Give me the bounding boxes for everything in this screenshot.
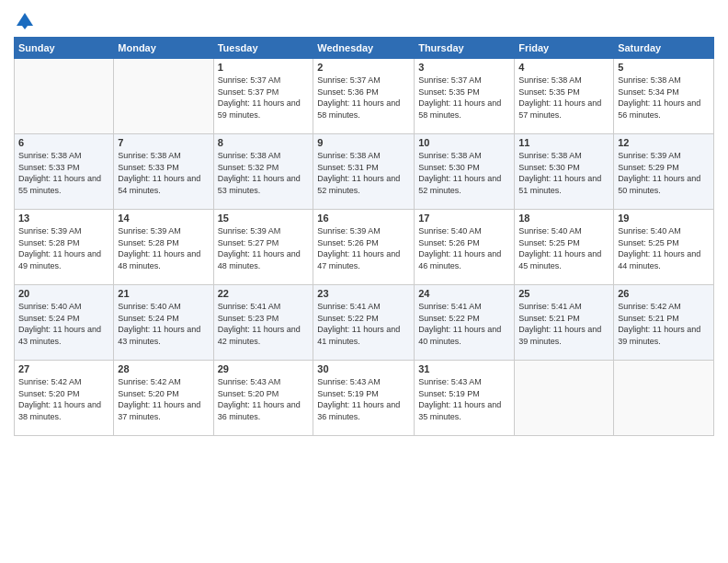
calendar-cell (614, 361, 714, 436)
day-number: 20 (18, 288, 109, 299)
day-number: 4 (518, 62, 609, 73)
day-number: 15 (218, 213, 310, 224)
day-info: Sunrise: 5:38 AM Sunset: 5:35 PM Dayligh… (518, 75, 609, 121)
day-info: Sunrise: 5:38 AM Sunset: 5:31 PM Dayligh… (317, 150, 410, 196)
calendar-cell: 17Sunrise: 5:40 AM Sunset: 5:26 PM Dayli… (415, 210, 515, 285)
day-info: Sunrise: 5:43 AM Sunset: 5:20 PM Dayligh… (218, 376, 310, 422)
calendar-cell: 7Sunrise: 5:38 AM Sunset: 5:33 PM Daylig… (114, 134, 213, 210)
calendar-cell: 29Sunrise: 5:43 AM Sunset: 5:20 PM Dayli… (213, 361, 313, 436)
calendar-cell (114, 59, 213, 134)
day-info: Sunrise: 5:41 AM Sunset: 5:22 PM Dayligh… (317, 301, 410, 347)
calendar-header-monday: Monday (114, 38, 213, 59)
day-number: 30 (317, 363, 410, 374)
calendar-cell (15, 59, 114, 134)
day-number: 12 (618, 137, 710, 148)
calendar-header-wednesday: Wednesday (313, 38, 415, 59)
day-info: Sunrise: 5:40 AM Sunset: 5:24 PM Dayligh… (118, 301, 209, 347)
day-number: 31 (418, 363, 510, 374)
calendar-header-row: SundayMondayTuesdayWednesdayThursdayFrid… (15, 38, 714, 59)
calendar-cell: 9Sunrise: 5:38 AM Sunset: 5:31 PM Daylig… (313, 134, 415, 210)
calendar-week-row: 6Sunrise: 5:38 AM Sunset: 5:33 PM Daylig… (15, 134, 714, 210)
day-info: Sunrise: 5:38 AM Sunset: 5:32 PM Dayligh… (218, 150, 310, 196)
day-info: Sunrise: 5:37 AM Sunset: 5:37 PM Dayligh… (218, 75, 310, 121)
day-number: 1 (218, 62, 310, 73)
calendar-cell: 12Sunrise: 5:39 AM Sunset: 5:29 PM Dayli… (614, 134, 714, 210)
day-info: Sunrise: 5:43 AM Sunset: 5:19 PM Dayligh… (317, 376, 410, 422)
day-number: 25 (518, 288, 609, 299)
calendar-cell: 24Sunrise: 5:41 AM Sunset: 5:22 PM Dayli… (415, 285, 515, 361)
day-number: 5 (618, 62, 710, 73)
calendar-header-saturday: Saturday (614, 38, 714, 59)
day-info: Sunrise: 5:43 AM Sunset: 5:19 PM Dayligh… (418, 376, 510, 422)
calendar-cell: 21Sunrise: 5:40 AM Sunset: 5:24 PM Dayli… (114, 285, 213, 361)
day-number: 26 (618, 288, 710, 299)
day-number: 8 (218, 137, 310, 148)
calendar-cell: 8Sunrise: 5:38 AM Sunset: 5:32 PM Daylig… (213, 134, 313, 210)
day-number: 16 (317, 213, 410, 224)
day-info: Sunrise: 5:38 AM Sunset: 5:30 PM Dayligh… (418, 150, 510, 196)
day-info: Sunrise: 5:37 AM Sunset: 5:36 PM Dayligh… (317, 75, 410, 121)
day-number: 23 (317, 288, 410, 299)
day-number: 18 (518, 213, 609, 224)
day-info: Sunrise: 5:38 AM Sunset: 5:34 PM Dayligh… (618, 75, 710, 121)
day-info: Sunrise: 5:41 AM Sunset: 5:22 PM Dayligh… (418, 301, 510, 347)
calendar-cell: 14Sunrise: 5:39 AM Sunset: 5:28 PM Dayli… (114, 210, 213, 285)
calendar-cell: 23Sunrise: 5:41 AM Sunset: 5:22 PM Dayli… (313, 285, 415, 361)
day-info: Sunrise: 5:42 AM Sunset: 5:20 PM Dayligh… (118, 376, 209, 422)
day-info: Sunrise: 5:39 AM Sunset: 5:29 PM Dayligh… (618, 150, 710, 196)
calendar-cell: 27Sunrise: 5:42 AM Sunset: 5:20 PM Dayli… (15, 361, 114, 436)
calendar-table: SundayMondayTuesdayWednesdayThursdayFrid… (14, 37, 714, 436)
day-info: Sunrise: 5:40 AM Sunset: 5:24 PM Dayligh… (18, 301, 109, 347)
calendar-cell: 6Sunrise: 5:38 AM Sunset: 5:33 PM Daylig… (15, 134, 114, 210)
day-number: 27 (18, 363, 109, 374)
day-number: 24 (418, 288, 510, 299)
day-info: Sunrise: 5:42 AM Sunset: 5:21 PM Dayligh… (618, 301, 710, 347)
day-info: Sunrise: 5:39 AM Sunset: 5:28 PM Dayligh… (18, 225, 109, 271)
calendar-cell: 3Sunrise: 5:37 AM Sunset: 5:35 PM Daylig… (415, 59, 515, 134)
day-number: 13 (18, 213, 109, 224)
day-number: 9 (317, 137, 410, 148)
logo (14, 9, 35, 29)
calendar-cell: 15Sunrise: 5:39 AM Sunset: 5:27 PM Dayli… (213, 210, 313, 285)
calendar-header-tuesday: Tuesday (213, 38, 313, 59)
calendar-cell: 13Sunrise: 5:39 AM Sunset: 5:28 PM Dayli… (15, 210, 114, 285)
calendar-cell: 10Sunrise: 5:38 AM Sunset: 5:30 PM Dayli… (415, 134, 515, 210)
day-number: 3 (418, 62, 510, 73)
day-info: Sunrise: 5:40 AM Sunset: 5:25 PM Dayligh… (518, 225, 609, 271)
day-number: 10 (418, 137, 510, 148)
day-number: 19 (618, 213, 710, 224)
calendar-cell: 30Sunrise: 5:43 AM Sunset: 5:19 PM Dayli… (313, 361, 415, 436)
calendar-cell: 26Sunrise: 5:42 AM Sunset: 5:21 PM Dayli… (614, 285, 714, 361)
svg-marker-0 (17, 13, 33, 26)
calendar-cell: 5Sunrise: 5:38 AM Sunset: 5:34 PM Daylig… (614, 59, 714, 134)
calendar-cell: 28Sunrise: 5:42 AM Sunset: 5:20 PM Dayli… (114, 361, 213, 436)
day-number: 14 (118, 213, 209, 224)
calendar-cell (515, 361, 614, 436)
day-info: Sunrise: 5:42 AM Sunset: 5:20 PM Dayligh… (18, 376, 109, 422)
day-info: Sunrise: 5:41 AM Sunset: 5:21 PM Dayligh… (518, 301, 609, 347)
day-info: Sunrise: 5:38 AM Sunset: 5:33 PM Dayligh… (118, 150, 209, 196)
page: SundayMondayTuesdayWednesdayThursdayFrid… (0, 0, 728, 563)
day-number: 7 (118, 137, 209, 148)
day-info: Sunrise: 5:40 AM Sunset: 5:26 PM Dayligh… (418, 225, 510, 271)
svg-marker-1 (22, 26, 28, 29)
calendar-header-sunday: Sunday (15, 38, 114, 59)
day-number: 29 (218, 363, 310, 374)
day-info: Sunrise: 5:37 AM Sunset: 5:35 PM Dayligh… (418, 75, 510, 121)
day-info: Sunrise: 5:39 AM Sunset: 5:27 PM Dayligh… (218, 225, 310, 271)
header (14, 9, 714, 29)
calendar-cell: 22Sunrise: 5:41 AM Sunset: 5:23 PM Dayli… (213, 285, 313, 361)
day-info: Sunrise: 5:41 AM Sunset: 5:23 PM Dayligh… (218, 301, 310, 347)
calendar-week-row: 27Sunrise: 5:42 AM Sunset: 5:20 PM Dayli… (15, 361, 714, 436)
day-number: 11 (518, 137, 609, 148)
calendar-cell: 1Sunrise: 5:37 AM Sunset: 5:37 PM Daylig… (213, 59, 313, 134)
day-number: 21 (118, 288, 209, 299)
day-number: 17 (418, 213, 510, 224)
calendar-cell: 4Sunrise: 5:38 AM Sunset: 5:35 PM Daylig… (515, 59, 614, 134)
calendar-cell: 25Sunrise: 5:41 AM Sunset: 5:21 PM Dayli… (515, 285, 614, 361)
calendar-week-row: 20Sunrise: 5:40 AM Sunset: 5:24 PM Dayli… (15, 285, 714, 361)
day-info: Sunrise: 5:38 AM Sunset: 5:33 PM Dayligh… (18, 150, 109, 196)
calendar-header-thursday: Thursday (415, 38, 515, 59)
calendar-cell: 11Sunrise: 5:38 AM Sunset: 5:30 PM Dayli… (515, 134, 614, 210)
calendar-cell: 2Sunrise: 5:37 AM Sunset: 5:36 PM Daylig… (313, 59, 415, 134)
